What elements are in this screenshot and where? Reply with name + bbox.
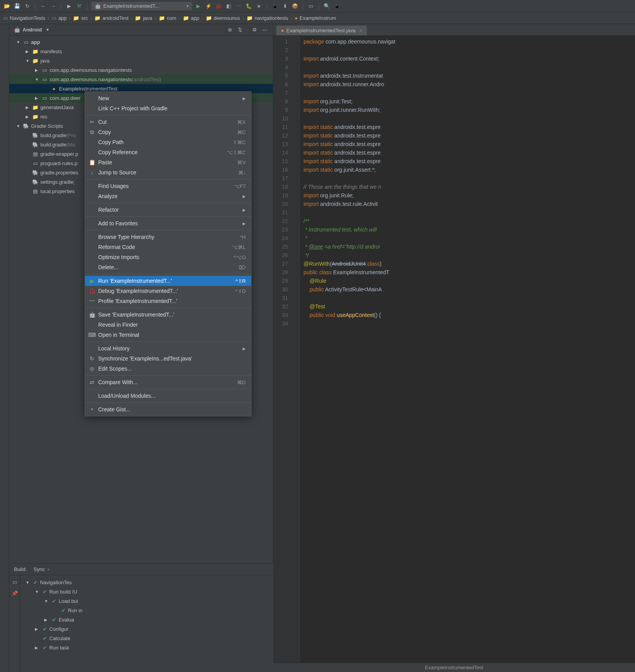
- run-icon[interactable]: ▶: [194, 2, 202, 10]
- back-icon[interactable]: ←: [39, 2, 47, 10]
- menu-item[interactable]: Analyze▶: [85, 191, 251, 201]
- menu-item[interactable]: ↻Synchronize 'ExampleIns...edTest.java': [85, 353, 251, 364]
- expand-arrow-icon[interactable]: ▶: [26, 105, 32, 110]
- menu-item[interactable]: Copy Reference⌥⇧⌘C: [85, 147, 251, 157]
- menu-item[interactable]: ✂Cut⌘X: [85, 117, 251, 127]
- menu-item[interactable]: 〰Profile 'ExampleInstrumentedT...': [85, 296, 251, 306]
- breadcrumb-item[interactable]: 📁src: [73, 15, 88, 21]
- profiler-icon[interactable]: 〰: [235, 2, 243, 10]
- expand-arrow-icon[interactable]: ▶: [35, 96, 41, 100]
- box-icon[interactable]: 📦: [291, 2, 299, 10]
- expand-arrow-icon[interactable]: ▼: [35, 77, 41, 82]
- stop-icon[interactable]: ■: [255, 2, 263, 10]
- expand-arrow-icon[interactable]: ▶: [35, 627, 40, 631]
- menu-item[interactable]: ⌨Open in Terminal: [85, 330, 251, 340]
- breadcrumb-item[interactable]: 📁deemounus: [206, 15, 240, 21]
- debug-icon[interactable]: 🐞: [215, 2, 222, 10]
- breadcrumb-item[interactable]: 📁navigationtests: [246, 15, 288, 21]
- menu-item[interactable]: ◎Edit Scopes...: [85, 364, 251, 374]
- menu-item[interactable]: 📋Paste⌘V: [85, 157, 251, 167]
- build-tab-sync[interactable]: Sync ×: [31, 566, 52, 573]
- expand-arrow-icon[interactable]: ▼: [35, 590, 40, 594]
- expand-arrow-icon[interactable]: ▼: [26, 580, 31, 585]
- device-icon[interactable]: 📱: [333, 2, 341, 10]
- menu-item[interactable]: Copy Path⇧⌘C: [85, 137, 251, 147]
- menu-item[interactable]: ▶Run 'ExampleInstrumentedT...'^⇧R: [85, 276, 251, 286]
- build-icon[interactable]: ▶: [65, 2, 73, 10]
- menu-item[interactable]: 🤖Save 'ExampleInstrumentedT...': [85, 310, 251, 320]
- hammer-icon[interactable]: ⚒: [75, 2, 83, 10]
- avd-icon[interactable]: 📱: [271, 2, 279, 10]
- menu-item[interactable]: Optimize Imports^⌥O: [85, 252, 251, 262]
- tree-row[interactable]: ▼▭app: [9, 37, 273, 47]
- breadcrumb-item[interactable]: ▭app: [52, 15, 67, 21]
- breadcrumb-item[interactable]: 📁java: [135, 15, 152, 21]
- menu-item[interactable]: ⧉Copy⌘C: [85, 127, 251, 137]
- save-icon[interactable]: 💾: [13, 2, 21, 10]
- open-icon[interactable]: 📂: [3, 2, 11, 10]
- refresh-icon[interactable]: ↻: [23, 2, 31, 10]
- tree-row[interactable]: ▼▭com.app.deemounus.navigationtests (and…: [9, 75, 273, 84]
- sdk-icon[interactable]: ⬇: [281, 2, 289, 10]
- expand-arrow-icon[interactable]: ▶: [26, 49, 32, 54]
- menu-item[interactable]: 🐞Debug 'ExampleInstrumentedT...'^⇧D: [85, 286, 251, 296]
- expand-arrow-icon[interactable]: ▶: [35, 646, 40, 650]
- build-row[interactable]: ✔Calculate: [26, 634, 83, 643]
- close-icon[interactable]: ×: [359, 28, 362, 33]
- search-icon[interactable]: 🔍: [323, 2, 331, 10]
- menu-item[interactable]: Browse Type Hierarchy^H: [85, 232, 251, 242]
- menu-item[interactable]: Link C++ Project with Gradle: [85, 103, 251, 113]
- expand-arrow-icon[interactable]: ▼: [16, 124, 23, 128]
- tree-row[interactable]: ▼📁java: [9, 56, 273, 65]
- filter-icon[interactable]: ▭: [12, 579, 17, 585]
- build-row[interactable]: ▶✔Run task: [26, 643, 83, 652]
- code-content[interactable]: package com.app.deemounus.navigat import…: [300, 36, 635, 663]
- tree-row[interactable]: ▶▭com.app.deemounus.navigationtests: [9, 65, 273, 75]
- menu-item[interactable]: Delete...⌦: [85, 262, 251, 272]
- menu-item[interactable]: Local History▶: [85, 343, 251, 353]
- run-config-dropdown[interactable]: 🤖 ExampleInstrumentedT...: [91, 2, 192, 10]
- coverage-icon[interactable]: ◧: [225, 2, 232, 10]
- expand-arrow-icon[interactable]: ▼: [44, 599, 50, 603]
- menu-item[interactable]: Reformat Code⌥⌘L: [85, 242, 251, 252]
- menu-item[interactable]: New▶: [85, 93, 251, 103]
- menu-item[interactable]: ⇄Compare With...⌘D: [85, 377, 251, 387]
- build-row[interactable]: ▶✔Configur: [26, 624, 83, 634]
- build-tree[interactable]: ▼✔NavigationTes▼✔Run build /U▼✔Load bui✔…: [20, 575, 83, 672]
- menu-item[interactable]: Load/Unload Modules...: [85, 391, 251, 401]
- close-icon[interactable]: ×: [47, 567, 49, 572]
- target-icon[interactable]: ⊕: [226, 26, 233, 33]
- breadcrumb-item[interactable]: 📁app: [183, 15, 200, 21]
- structure-icon[interactable]: ▭: [307, 2, 315, 10]
- build-row[interactable]: ▼✔NavigationTes: [26, 578, 83, 587]
- apply-icon[interactable]: ⚡: [205, 2, 212, 10]
- menu-item[interactable]: ↓Jump to Source⌘↓: [85, 167, 251, 178]
- build-row[interactable]: ▼✔Load bui: [26, 596, 83, 606]
- expand-arrow-icon[interactable]: ▼: [26, 59, 32, 63]
- menu-item[interactable]: Refactor▶: [85, 205, 251, 215]
- expand-arrow-icon[interactable]: ▶: [44, 618, 50, 622]
- expand-arrow-icon[interactable]: ▼: [16, 40, 23, 44]
- breadcrumb-item[interactable]: ●ExampleInstrum: [295, 15, 336, 21]
- breadcrumb-item[interactable]: 📁com: [159, 15, 177, 21]
- gear-icon[interactable]: ⚙: [251, 26, 258, 33]
- expand-arrow-icon[interactable]: ▶: [35, 68, 41, 72]
- menu-item[interactable]: Find Usages⌥F7: [85, 181, 251, 191]
- build-row[interactable]: ▶✔Evalua: [26, 615, 83, 624]
- build-row[interactable]: ✔Run in: [26, 606, 83, 615]
- minimize-icon[interactable]: —: [261, 26, 268, 33]
- tree-row[interactable]: ▶📁manifests: [9, 47, 273, 56]
- menu-item[interactable]: Add to Favorites▶: [85, 218, 251, 228]
- menu-item[interactable]: Reveal in Finder: [85, 320, 251, 330]
- forward-icon[interactable]: →: [49, 2, 57, 10]
- pin-icon[interactable]: 📌: [12, 590, 18, 596]
- tab-file[interactable]: ● ExampleInstrumentedTest.java ×: [276, 26, 367, 35]
- collapse-icon[interactable]: ⇅: [236, 26, 243, 33]
- chevron-down-icon[interactable]: ▼: [46, 28, 50, 32]
- expand-arrow-icon[interactable]: ▶: [26, 115, 32, 119]
- menu-item[interactable]: ⚬Create Gist...: [85, 404, 251, 414]
- attach-icon[interactable]: 🐛: [245, 2, 253, 10]
- breadcrumb-item[interactable]: 📁androidTest: [94, 15, 128, 21]
- build-row[interactable]: ▼✔Run build /U: [26, 587, 83, 596]
- breadcrumb-item[interactable]: ▭NavigationTests: [3, 15, 45, 21]
